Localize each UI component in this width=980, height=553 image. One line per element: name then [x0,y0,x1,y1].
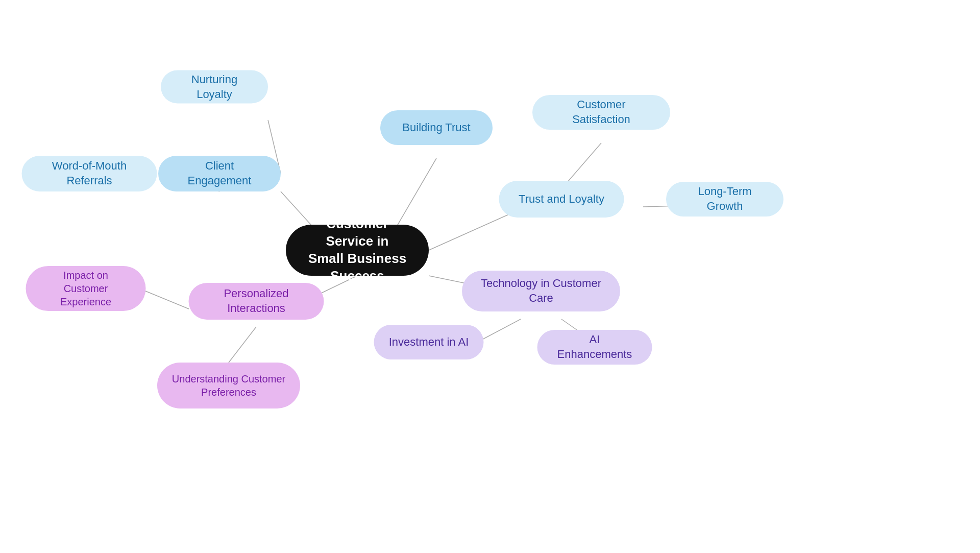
long-term-growth-node[interactable]: Long-Term Growth [666,182,783,217]
trust-loyalty-node[interactable]: Trust and Loyalty [499,181,624,218]
understanding-customer-preferences-node[interactable]: Understanding Customer Preferences [157,363,300,408]
svg-line-11 [145,291,189,309]
technology-customer-care-node[interactable]: Technology in Customer Care [462,271,620,311]
nurturing-loyalty-node[interactable]: Nurturing Loyalty [161,70,268,104]
investment-ai-node[interactable]: Investment in AI [374,325,484,359]
word-of-mouth-node[interactable]: Word-of-Mouth Referrals [22,156,157,191]
ai-enhancements-node[interactable]: AI Enhancements [537,330,652,365]
client-engagement-node[interactable]: Client Engagement [158,156,281,191]
personalized-interactions-node[interactable]: Personalized Interactions [189,283,324,320]
impact-customer-experience-node[interactable]: Impact on Customer Experience [26,266,146,311]
building-trust-node[interactable]: Building Trust [380,110,493,145]
customer-satisfaction-node[interactable]: Customer Satisfaction [532,95,670,130]
center-node[interactable]: Customer Service in Small Business Succe… [286,225,429,276]
svg-line-12 [229,327,256,363]
